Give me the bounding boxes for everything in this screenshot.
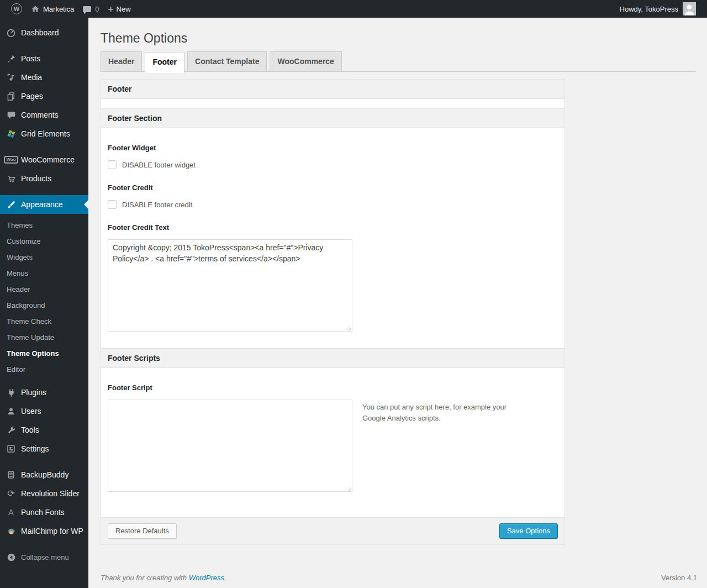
submenu-item-header[interactable]: Header [0, 281, 88, 297]
howdy-label: Howdy, TokoPress [620, 5, 678, 13]
sidebar-item-comments[interactable]: Comments [0, 106, 88, 124]
sidebar-label: Posts [21, 54, 40, 63]
sidebar-label: Grid Elements [21, 129, 70, 138]
sidebar-label: Tools [21, 426, 39, 434]
comments-icon [6, 111, 17, 120]
footer-widget-checkbox-row[interactable]: DISABLE footer widget [108, 160, 558, 169]
tab-contact-template[interactable]: Contact Template [187, 51, 267, 71]
footer-section-fields: Footer Widget DISABLE footer widget Foot… [101, 128, 564, 348]
wordpress-logo-icon: W [11, 3, 22, 14]
wrench-icon [6, 426, 17, 435]
submenu-item-editor[interactable]: Editor [0, 361, 88, 377]
sidebar-label: MailChimp for WP [21, 527, 83, 536]
sidebar-label: Comments [21, 111, 59, 119]
sidebar-item-woocommerce[interactable]: Woo WooCommerce [0, 150, 88, 169]
sidebar-item-punch-fonts[interactable]: A Punch Fonts [0, 503, 88, 522]
dashboard-gauge-icon [6, 28, 17, 38]
sidebar-item-tools[interactable]: Tools [0, 421, 88, 439]
admin-sidebar: Dashboard Posts Media Pages Comments Gri… [0, 18, 88, 588]
user-icon [6, 407, 17, 416]
submenu-item-widgets[interactable]: Widgets [0, 249, 88, 265]
footer-credit-text-label: Footer Credit Text [108, 223, 558, 232]
sidebar-label: WooCommerce [21, 155, 75, 164]
sidebar-label: Users [21, 407, 41, 416]
footer-script-input[interactable] [108, 400, 352, 492]
sidebar-item-dashboard[interactable]: Dashboard [0, 23, 88, 42]
footer-credit-label: Footer Credit [108, 183, 558, 192]
submenu-item-themes[interactable]: Themes [0, 217, 88, 233]
sidebar-item-posts[interactable]: Posts [0, 49, 88, 68]
home-icon [31, 4, 40, 13]
sidebar-label: Settings [21, 444, 49, 453]
collapse-arrow-icon [6, 553, 17, 562]
collapse-label: Collapse menu [21, 553, 69, 561]
new-content-link[interactable]: + New [104, 0, 135, 18]
footer-credit-text-input[interactable]: Copyright &copy; 2015 TokoPress<span><a … [108, 239, 352, 332]
disable-footer-widget-checkbox[interactable] [108, 160, 117, 169]
footer-widget-label: Footer Widget [108, 144, 558, 152]
sidebar-label: Revolution Slider [21, 489, 80, 498]
site-name-label: Marketica [43, 5, 74, 13]
site-name-link[interactable]: Marketica [27, 0, 78, 18]
tab-bar: HeaderFooterContact TemplateWooCommerce [101, 51, 696, 72]
sidebar-item-products[interactable]: Products [0, 169, 88, 188]
pushpin-icon [6, 54, 17, 64]
sidebar-item-users[interactable]: Users [0, 402, 88, 421]
page-title: Theme Options [101, 30, 696, 46]
plus-icon: + [108, 4, 114, 14]
plug-icon [6, 388, 17, 397]
sidebar-item-mailchimp[interactable]: MailChimp for WP [0, 522, 88, 540]
footer-credit-textarea-wrap: Copyright &copy; 2015 TokoPress<span><a … [108, 239, 352, 332]
refresh-arrows-icon: ⟳ [6, 489, 17, 498]
restore-defaults-button[interactable]: Restore Defaults [108, 523, 177, 539]
submenu-item-theme-check[interactable]: Theme Check [0, 313, 88, 329]
disable-footer-credit-checkbox[interactable] [108, 200, 117, 209]
pages-icon [6, 92, 17, 101]
tab-footer[interactable]: Footer [145, 52, 184, 73]
tab-header[interactable]: Header [101, 51, 142, 71]
submenu-item-customize[interactable]: Customize [0, 233, 88, 249]
panel-actions-bar: Restore Defaults Save Options [101, 517, 564, 544]
wp-logo-menu[interactable]: W [7, 0, 27, 18]
submenu-item-theme-options[interactable]: Theme Options [0, 345, 88, 361]
sidebar-item-grid-elements[interactable]: Grid Elements [0, 124, 88, 143]
submenu-item-theme-update[interactable]: Theme Update [0, 329, 88, 345]
comments-bubble-link[interactable]: 0 [78, 0, 103, 18]
user-avatar [683, 2, 696, 15]
mailchimp-monkey-icon [6, 527, 17, 536]
collapse-menu-button[interactable]: Collapse menu [0, 548, 88, 566]
sidebar-label: Plugins [21, 388, 46, 397]
brush-icon [6, 200, 17, 209]
section-header-footer-section: Footer Section [101, 108, 564, 128]
submenu-item-menus[interactable]: Menus [0, 265, 88, 281]
admin-footer: Thank you for creating with WordPress. V… [101, 574, 697, 582]
panel-spacer [101, 99, 564, 108]
sidebar-label: Pages [21, 92, 43, 101]
tab-woocommerce[interactable]: WooCommerce [270, 51, 341, 71]
sidebar-item-media[interactable]: Media [0, 68, 88, 87]
sidebar-item-pages[interactable]: Pages [0, 87, 88, 106]
appearance-submenu: Themes Customize Widgets Menus Header Ba… [0, 214, 88, 383]
wordpress-link[interactable]: WordPress [189, 574, 224, 582]
panel-title: Footer [101, 80, 564, 99]
sidebar-item-plugins[interactable]: Plugins [0, 383, 88, 402]
version-label: Version 4.1 [661, 574, 697, 582]
sidebar-label: Products [21, 174, 51, 183]
theme-options-panel: Footer Footer Section Footer Widget DISA… [101, 79, 565, 545]
media-icon [6, 73, 17, 82]
sidebar-item-backupbuddy[interactable]: BackupBuddy [0, 465, 88, 484]
disable-footer-widget-label[interactable]: DISABLE footer widget [122, 161, 196, 169]
footer-script-label: Footer Script [108, 384, 558, 392]
sidebar-item-settings[interactable]: Settings [0, 439, 88, 458]
comments-count: 0 [95, 5, 99, 13]
sidebar-label: Dashboard [21, 28, 59, 37]
backup-drive-icon [6, 470, 17, 479]
settings-sliders-icon [6, 444, 17, 453]
disable-footer-credit-label[interactable]: DISABLE footer credit [122, 201, 192, 209]
submenu-item-background[interactable]: Background [0, 297, 88, 313]
howdy-account-link[interactable]: Howdy, TokoPress [615, 0, 700, 18]
footer-credit-checkbox-row[interactable]: DISABLE footer credit [108, 200, 558, 209]
sidebar-item-appearance[interactable]: Appearance [0, 195, 88, 214]
save-options-button[interactable]: Save Options [499, 523, 558, 539]
sidebar-item-revolution-slider[interactable]: ⟳ Revolution Slider [0, 484, 88, 503]
